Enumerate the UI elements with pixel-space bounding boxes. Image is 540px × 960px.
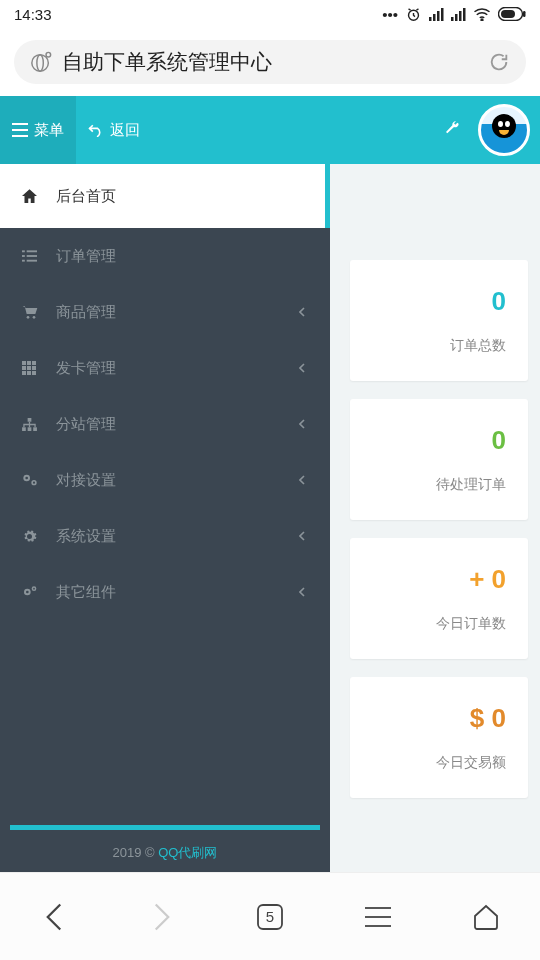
sidebar-item-products[interactable]: 商品管理 [0,284,330,340]
sidebar-item-integration[interactable]: 对接设置 [0,452,330,508]
list-icon [22,250,56,262]
penguin-icon [492,114,516,138]
svg-rect-6 [455,14,458,21]
sidebar-item-system[interactable]: 系统设置 [0,508,330,564]
card-value: 0 [372,425,506,456]
card-label: 订单总数 [372,337,506,355]
sidebar-item-label: 订单管理 [56,247,116,266]
wifi-icon [473,7,491,21]
card-pending-orders[interactable]: 0 待处理订单 [350,399,528,520]
back-button[interactable]: 返回 [76,96,152,164]
svg-rect-31 [27,366,31,370]
svg-rect-34 [27,371,31,375]
browser-bottom-nav: 5 [0,872,540,960]
nav-menu-button[interactable] [348,895,408,939]
wrench-icon [444,120,460,136]
svg-point-41 [25,477,28,480]
nav-back-button[interactable] [24,895,84,939]
svg-point-15 [46,52,51,57]
hamburger-icon [365,907,391,927]
home-outline-icon [472,904,500,930]
sidebar-item-substations[interactable]: 分站管理 [0,396,330,452]
alarm-icon [405,6,422,23]
sidebar-item-other[interactable]: 其它组件 [0,564,330,620]
svg-rect-7 [459,11,462,21]
svg-rect-39 [33,427,37,431]
card-total-orders[interactable]: 0 订单总数 [350,260,528,381]
sidebar-item-dashboard[interactable]: 后台首页 [0,164,330,228]
svg-rect-38 [28,427,32,431]
svg-point-25 [27,316,30,319]
chevron-right-icon [152,902,172,932]
sidebar-item-label: 其它组件 [56,583,116,602]
undo-icon [88,123,104,137]
svg-point-9 [481,19,483,21]
menu-label: 菜单 [34,121,64,140]
chevron-left-icon [299,475,306,485]
app-header: 菜单 返回 [0,96,540,164]
card-value: 0 [372,286,506,317]
settings-button[interactable] [426,120,478,140]
svg-point-43 [33,482,35,484]
svg-rect-12 [523,11,526,17]
sidebar-item-orders[interactable]: 订单管理 [0,228,330,284]
svg-rect-21 [22,255,25,257]
svg-point-45 [26,591,29,594]
svg-point-47 [33,588,35,590]
svg-rect-2 [433,14,436,21]
svg-rect-20 [27,250,37,252]
menu-toggle-button[interactable]: 菜单 [0,96,76,164]
svg-rect-22 [27,255,37,257]
gear-icon [22,529,56,544]
nav-forward-button[interactable] [132,895,192,939]
avatar[interactable] [478,104,530,156]
home-icon [22,189,56,203]
svg-point-26 [33,316,36,319]
sidebar: 后台首页 订单管理 商品管理 发卡管理 分站管理 对接设置 系统设置 [0,164,330,872]
svg-rect-36 [28,418,32,422]
svg-rect-24 [27,260,37,262]
sidebar-item-label: 系统设置 [56,527,116,546]
sidebar-footer: 2019 © QQ代刷网 [0,825,330,872]
chevron-left-icon [299,363,306,373]
card-label: 今日订单数 [372,615,506,633]
svg-rect-29 [32,361,36,365]
svg-rect-18 [12,135,28,137]
svg-rect-35 [32,371,36,375]
svg-rect-28 [27,361,31,365]
chevron-left-icon [44,902,64,932]
cart-icon [22,305,56,319]
status-time: 14:33 [14,6,52,23]
nav-tabs-button[interactable]: 5 [240,895,300,939]
svg-rect-37 [22,427,26,431]
svg-rect-4 [441,8,444,21]
footer-link[interactable]: QQ代刷网 [158,845,217,860]
card-today-orders[interactable]: + 0 今日订单数 [350,538,528,659]
footer-year: 2019 © [113,845,159,860]
svg-rect-33 [22,371,26,375]
svg-rect-30 [22,366,26,370]
svg-rect-8 [463,8,466,21]
card-value: $ 0 [372,703,506,734]
nav-home-button[interactable] [456,895,516,939]
sidebar-item-label: 商品管理 [56,303,116,322]
svg-point-13 [32,55,49,71]
sitemap-icon [22,418,56,431]
address-pill[interactable]: 自助下单系统管理中心 [14,40,526,84]
svg-rect-17 [12,129,28,131]
card-label: 今日交易额 [372,754,506,772]
sidebar-item-label: 发卡管理 [56,359,116,378]
sidebar-item-label: 对接设置 [56,471,116,490]
reload-icon[interactable] [488,51,510,73]
stat-cards: 0 订单总数 0 待处理订单 + 0 今日订单数 $ 0 今日交易额 [350,260,540,816]
card-label: 待处理订单 [372,476,506,494]
more-icon: ••• [382,6,398,23]
browser-address-bar: 自助下单系统管理中心 [0,28,540,96]
card-today-revenue[interactable]: $ 0 今日交易额 [350,677,528,798]
grid-icon [22,361,56,375]
sidebar-item-cards[interactable]: 发卡管理 [0,340,330,396]
back-label: 返回 [110,121,140,140]
sidebar-item-label: 分站管理 [56,415,116,434]
svg-rect-11 [501,10,515,18]
svg-rect-3 [437,11,440,21]
